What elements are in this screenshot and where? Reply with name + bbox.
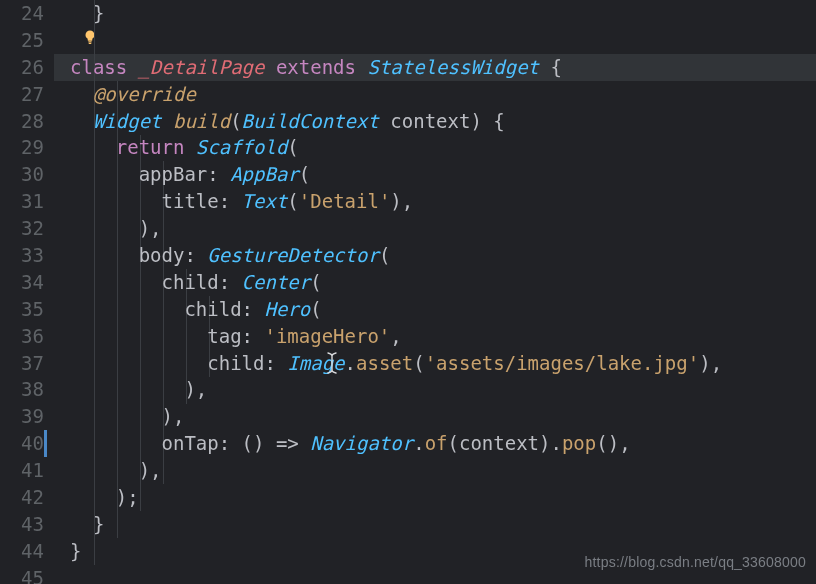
- code-editor-viewport[interactable]: 2425262728293031323334353637383940414243…: [0, 0, 816, 584]
- token: Center: [242, 271, 311, 293]
- code-line[interactable]: }: [70, 538, 816, 565]
- line-number[interactable]: 27: [0, 81, 54, 108]
- line-number[interactable]: 35: [0, 296, 54, 323]
- token: (: [287, 136, 298, 158]
- token: ),: [699, 352, 722, 374]
- code-line[interactable]: tag: 'imageHero',: [70, 323, 816, 350]
- code-line[interactable]: [70, 27, 816, 54]
- code-content[interactable]: } class _DetailPage extends StatelessWid…: [70, 0, 816, 584]
- code-line[interactable]: ),: [70, 457, 816, 484]
- code-line[interactable]: @override: [70, 81, 816, 108]
- token: child:: [70, 298, 264, 320]
- code-line[interactable]: [70, 565, 816, 584]
- line-number[interactable]: 26: [0, 54, 54, 81]
- line-number[interactable]: 36: [0, 323, 54, 350]
- code-line[interactable]: class _DetailPage extends StatelessWidge…: [70, 54, 816, 81]
- line-number[interactable]: 33: [0, 242, 54, 269]
- token: body:: [70, 244, 207, 266]
- token: (: [413, 352, 424, 374]
- token: context) {: [379, 110, 505, 132]
- code-line[interactable]: }: [70, 0, 816, 27]
- token: ),: [70, 378, 207, 400]
- line-number[interactable]: 25: [0, 27, 54, 54]
- token: BuildContext: [242, 110, 379, 132]
- token: Widget: [70, 110, 173, 132]
- token: Text: [242, 190, 288, 212]
- code-line[interactable]: child: Center(: [70, 269, 816, 296]
- code-line[interactable]: ),: [70, 215, 816, 242]
- code-line[interactable]: body: GestureDetector(: [70, 242, 816, 269]
- token: }: [70, 2, 104, 24]
- token: (),: [596, 432, 630, 454]
- code-line[interactable]: child: Image.asset('assets/images/lake.j…: [70, 350, 816, 377]
- code-line[interactable]: onTap: () => Navigator.of(context).pop()…: [70, 430, 816, 457]
- token: @override: [70, 83, 196, 105]
- token: (: [287, 190, 298, 212]
- line-number[interactable]: 37: [0, 350, 54, 377]
- line-number[interactable]: 24: [0, 0, 54, 27]
- token: class: [70, 56, 139, 78]
- token: tag:: [70, 325, 264, 347]
- token: Image: [287, 352, 344, 374]
- token: appBar:: [70, 163, 230, 185]
- line-number[interactable]: 45: [0, 565, 54, 584]
- token: of: [425, 432, 448, 454]
- token: title:: [70, 190, 242, 212]
- token: (: [299, 163, 310, 185]
- token: return: [116, 136, 196, 158]
- token: 'imageHero': [264, 325, 390, 347]
- code-line[interactable]: appBar: AppBar(: [70, 161, 816, 188]
- token: onTap: (): [70, 432, 276, 454]
- token: Navigator: [310, 432, 413, 454]
- token: .: [413, 432, 424, 454]
- code-line[interactable]: ),: [70, 403, 816, 430]
- token: AppBar: [230, 163, 299, 185]
- caret-line-marker: [44, 430, 47, 457]
- token: ,: [390, 325, 401, 347]
- line-number[interactable]: 31: [0, 188, 54, 215]
- token: ),: [70, 405, 184, 427]
- line-number[interactable]: 29: [0, 134, 54, 161]
- token: .: [345, 352, 356, 374]
- line-number[interactable]: 43: [0, 511, 54, 538]
- token: _DetailPage: [139, 56, 276, 78]
- line-number-gutter[interactable]: 2425262728293031323334353637383940414243…: [0, 0, 54, 584]
- line-number[interactable]: 34: [0, 269, 54, 296]
- token: GestureDetector: [207, 244, 379, 266]
- code-line[interactable]: child: Hero(: [70, 296, 816, 323]
- token: }: [70, 513, 104, 535]
- line-number[interactable]: 44: [0, 538, 54, 565]
- token: Hero: [264, 298, 310, 320]
- token: ),: [70, 217, 162, 239]
- line-number[interactable]: 30: [0, 161, 54, 188]
- token: ),: [70, 459, 162, 481]
- token: }: [70, 540, 81, 562]
- token: );: [70, 486, 139, 508]
- token: [70, 136, 116, 158]
- token: ),: [390, 190, 413, 212]
- token: StatelessWidget: [367, 56, 539, 78]
- line-number[interactable]: 39: [0, 403, 54, 430]
- line-number[interactable]: 32: [0, 215, 54, 242]
- code-line[interactable]: title: Text('Detail'),: [70, 188, 816, 215]
- token: child:: [70, 271, 242, 293]
- token: Scaffold: [196, 136, 288, 158]
- code-line[interactable]: }: [70, 511, 816, 538]
- token: extends: [276, 56, 368, 78]
- token: (: [379, 244, 390, 266]
- token: 'assets/images/lake.jpg': [425, 352, 700, 374]
- line-number[interactable]: 41: [0, 457, 54, 484]
- token: asset: [356, 352, 413, 374]
- token: (context).: [448, 432, 562, 454]
- token: (: [310, 271, 321, 293]
- code-line[interactable]: );: [70, 484, 816, 511]
- line-number[interactable]: 28: [0, 108, 54, 135]
- token: build: [173, 110, 230, 132]
- code-line[interactable]: return Scaffold(: [70, 134, 816, 161]
- code-line[interactable]: ),: [70, 376, 816, 403]
- token: (: [310, 298, 321, 320]
- token: =>: [276, 432, 310, 454]
- line-number[interactable]: 42: [0, 484, 54, 511]
- code-line[interactable]: Widget build(BuildContext context) {: [70, 108, 816, 135]
- line-number[interactable]: 38: [0, 376, 54, 403]
